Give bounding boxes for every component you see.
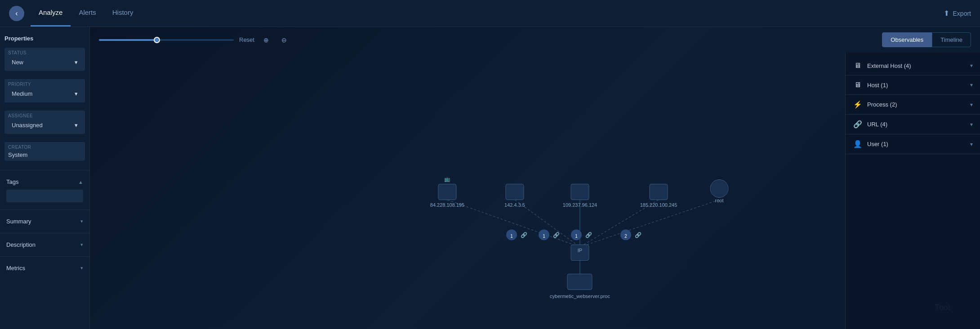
obs-user[interactable]: 👤 User (1) ▾ (846, 134, 980, 154)
svg-text:IP: IP (578, 248, 582, 253)
divider-1 (0, 170, 89, 170)
svg-text:cybermetic_webserver.proc: cybermetic_webserver.proc (550, 293, 610, 299)
svg-text:🔗: 🔗 (521, 231, 527, 238)
assignee-field: Assignee Unassigned ▾ (0, 108, 89, 139)
obs-user-chevron: ▾ (970, 141, 973, 147)
priority-field: Priority Medium ▾ (0, 76, 89, 108)
svg-text:🔗: 🔗 (553, 231, 560, 238)
description-chevron: ▾ (80, 242, 83, 248)
svg-text:142.4.3.5: 142.4.3.5 (504, 202, 525, 208)
timeline-slider[interactable] (99, 39, 234, 41)
slider-track (99, 39, 234, 41)
status-select[interactable]: Status New ▾ (4, 48, 85, 71)
svg-text:root: root (715, 198, 724, 203)
obs-process-chevron: ▾ (970, 102, 973, 108)
export-icon: ⬆ (944, 9, 949, 18)
obs-external-host[interactable]: 🖥 External Host (4) ▾ (846, 56, 980, 76)
main-content: Reset ⊕ ⊖ Observables Timeline (90, 27, 980, 329)
export-button[interactable]: ⬆ Export (944, 9, 971, 18)
observables-panel: 🖥 External Host (4) ▾ 🖥 Host (1) ▾ ⚡ P (845, 53, 980, 329)
svg-text:🔗: 🔗 (635, 231, 641, 238)
zoom-in-icon: ⊕ (263, 36, 269, 44)
sidebar-properties-title: Properties (0, 31, 89, 45)
svg-rect-13 (650, 184, 668, 200)
view-toggle: Observables Timeline (882, 32, 971, 47)
description-section[interactable]: Description ▾ (0, 237, 89, 253)
tab-analyze[interactable]: Analyze (31, 0, 71, 27)
tags-chevron: ▲ (78, 179, 83, 185)
process-icon: ⚡ (853, 100, 863, 109)
svg-text:🔗: 🔗 (585, 231, 592, 238)
obs-url[interactable]: 🔗 URL (4) ▾ (846, 115, 980, 134)
assignee-chevron: ▾ (75, 122, 78, 129)
priority-select[interactable]: Priority Medium ▾ (4, 79, 85, 102)
svg-text:109.237.96.124: 109.237.96.124 (563, 202, 597, 208)
url-icon: 🔗 (853, 120, 863, 129)
svg-text:📺: 📺 (444, 176, 450, 182)
divider-3 (0, 233, 89, 233)
status-chevron: ▾ (75, 59, 78, 66)
slider-fill (99, 39, 160, 41)
svg-rect-9 (506, 184, 524, 200)
external-host-icon: 🖥 (853, 62, 863, 70)
svg-point-15 (710, 180, 728, 198)
graph-toolbar: Reset ⊕ ⊖ Observables Timeline (90, 27, 980, 53)
svg-text:1: 1 (510, 234, 513, 239)
divider-2 (0, 209, 89, 210)
svg-text:2: 2 (624, 234, 627, 239)
tab-alerts[interactable]: Alerts (71, 0, 104, 27)
summary-section[interactable]: Summary ▾ (0, 213, 89, 229)
obs-process[interactable]: ⚡ Process (2) ▾ (846, 95, 980, 115)
obs-host[interactable]: 🖥 Host (1) ▾ (846, 76, 980, 95)
obs-external-host-chevron: ▾ (970, 62, 973, 69)
obs-url-chevron: ▾ (970, 121, 973, 128)
svg-rect-6 (438, 184, 456, 200)
tags-section[interactable]: Tags ▲ (0, 174, 89, 190)
slider-thumb[interactable] (154, 37, 160, 43)
creator-field: Creator System (0, 139, 89, 166)
metrics-section[interactable]: Metrics ▾ (0, 260, 89, 276)
status-field: Status New ▾ (0, 45, 89, 76)
zoom-out-icon: ⊖ (281, 36, 287, 44)
svg-rect-11 (571, 184, 589, 200)
observables-view-button[interactable]: Observables (882, 32, 932, 47)
nav-tabs: Analyze Alerts History (31, 0, 141, 27)
main-layout: Properties Status New ▾ Priority Medium … (0, 27, 980, 329)
zoom-out-button[interactable]: ⊖ (278, 35, 290, 45)
svg-text:1: 1 (543, 234, 545, 239)
summary-chevron: ▾ (80, 218, 83, 224)
tab-history[interactable]: History (104, 0, 142, 27)
zoom-in-button[interactable]: ⊕ (260, 35, 272, 45)
assignee-select[interactable]: Assignee Unassigned ▾ (4, 111, 85, 134)
svg-rect-31 (567, 274, 592, 290)
metrics-chevron: ▾ (80, 265, 83, 271)
svg-text:84.228.108.195: 84.228.108.195 (430, 202, 464, 208)
priority-chevron: ▾ (75, 90, 78, 97)
user-icon: 👤 (853, 140, 863, 148)
creator-display: Creator System (4, 142, 85, 161)
top-header: ‹ Analyze Alerts History ⬆ Export (0, 0, 980, 27)
svg-text:1: 1 (575, 234, 578, 239)
reset-button[interactable]: Reset (239, 36, 254, 43)
back-icon: ‹ (15, 9, 18, 18)
svg-text:185.220.100.245: 185.220.100.245 (640, 202, 677, 208)
sidebar: Properties Status New ▾ Priority Medium … (0, 27, 90, 329)
divider-4 (0, 256, 89, 257)
obs-host-chevron: ▾ (970, 82, 973, 88)
back-button[interactable]: ‹ (9, 6, 24, 21)
tags-input[interactable] (6, 190, 83, 202)
timeline-view-button[interactable]: Timeline (932, 32, 971, 47)
host-icon: 🖥 (853, 81, 863, 89)
graph-canvas[interactable]: 📺 84.228.108.195 142.4.3.5 109.237.96.12… (90, 53, 980, 329)
